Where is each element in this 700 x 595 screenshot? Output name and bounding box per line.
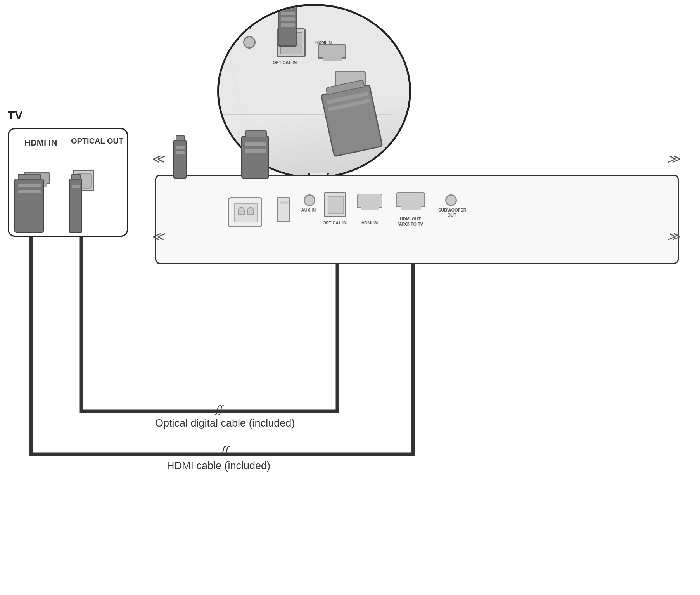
sb-optical-label: OPTICAL IN (319, 220, 350, 226)
mag-optical-label: OPTICAL IN (273, 60, 297, 65)
soundbar-box: AUX IN OPTICAL IN HDMI IN HDMI OUT(ARC) … (155, 175, 679, 264)
tv-label: TV (8, 109, 22, 122)
sb-hdmi-in-port (357, 194, 382, 208)
hdmi-connector-tv (14, 179, 44, 233)
sb-aux-port (304, 194, 315, 206)
hdmi-cable-label: HDMI cable (included) (167, 460, 270, 472)
mag-aux-port (243, 36, 256, 49)
tv-optical-label: OPTICAL OUT (71, 136, 123, 146)
wave-mid-left: ≪ (151, 229, 163, 244)
tv-hdmi-label: HDMI IN (24, 138, 57, 148)
sb-usb-port (277, 197, 290, 222)
mag-optical-connector (278, 6, 297, 47)
sb-sub-label: SUBWOOFEROUT (438, 208, 465, 218)
sb-hdmi-out-label: HDMI OUT(ARC) TO TV (389, 217, 432, 227)
wave-top-right: ≫ (667, 151, 679, 166)
wave-top-left: ≪ (151, 151, 163, 166)
mag-aux-label: AUX IN (237, 25, 251, 30)
mag-hdmi-in-port (318, 44, 346, 59)
optical-cable-break: ʃʃ (215, 404, 222, 416)
optical-connector-sb (173, 140, 187, 179)
hdmi-connector-sb (241, 136, 269, 179)
diagram-container: TV HDMI IN OPTICAL OUT (0, 0, 700, 595)
sb-sub-port (445, 194, 457, 206)
optical-connector-tv (69, 179, 82, 233)
optical-cable-label: Optical digital cable (included) (155, 417, 295, 429)
mag-hdmi-in-label: HDMI IN (315, 40, 332, 45)
sb-hdmi-in-label: HDMI IN (354, 220, 385, 225)
sb-optical-port (324, 192, 346, 217)
sb-power-port (228, 197, 262, 227)
wave-mid-right: ≫ (667, 229, 679, 244)
sb-aux-label: AUX IN (298, 208, 319, 212)
hdmi-cable-break: ʃʃ (221, 444, 228, 456)
sb-hdmi-out-port (396, 192, 425, 207)
